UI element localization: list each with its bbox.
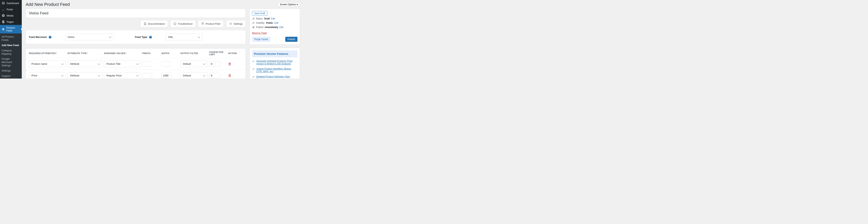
visibility-edit-link[interactable]: Edit bbox=[274, 22, 278, 24]
help-icon[interactable]: ? bbox=[149, 36, 152, 38]
publish-box: Save Draft Status: Draft Edit Visibility… bbox=[250, 8, 300, 45]
troubleshoot-button[interactable]: Troubleshoot bbox=[170, 20, 195, 27]
save-draft-button[interactable]: Save Draft bbox=[252, 11, 268, 16]
settings-button[interactable]: Settings bbox=[226, 20, 246, 27]
feed-type-label: Feed Type bbox=[135, 35, 147, 38]
sidebar-label-product-feed: Product Feed bbox=[6, 26, 20, 32]
key-icon bbox=[252, 17, 255, 20]
help-icon[interactable]: ? bbox=[49, 36, 52, 38]
premium-item[interactable]: Unique Product Identifiers (Brand, GTIN,… bbox=[252, 67, 298, 73]
col-assigned: ASSIGNED VALUES bbox=[104, 52, 141, 54]
purge-cache-button[interactable]: Purge Cache bbox=[252, 37, 270, 42]
visibility-label: Visibility: bbox=[256, 22, 265, 24]
sidebar-item-product-feed[interactable]: Product Feed bbox=[0, 25, 22, 33]
product-feed-submenu: All Product Feeds Add New Feed Category … bbox=[0, 33, 22, 79]
check-icon bbox=[252, 76, 255, 78]
publish-button[interactable]: Publish bbox=[285, 37, 298, 42]
char-limit-input[interactable] bbox=[209, 73, 221, 78]
submenu-add-new-feed[interactable]: Add New Feed bbox=[0, 43, 22, 48]
suffix-input[interactable] bbox=[161, 61, 171, 67]
cart-icon bbox=[2, 27, 5, 31]
product-filter-label: Product Filter bbox=[206, 22, 221, 25]
admin-sidebar: Dashboard Posts Media Pages Product Feed… bbox=[0, 0, 22, 79]
table-row: Price Attribute Regular Price Default bbox=[26, 69, 245, 79]
col-limit: CHARACTER LIMIT bbox=[209, 51, 227, 56]
sidebar-item-dashboard[interactable]: Dashboard bbox=[0, 0, 22, 6]
assigned-value-select[interactable]: Product Title bbox=[104, 60, 141, 67]
premium-title: Premium Version Features bbox=[252, 50, 298, 57]
pin-icon bbox=[2, 7, 5, 11]
status-label: Status: bbox=[256, 17, 263, 20]
submenu-google-merchant[interactable]: Google Merchant Settings bbox=[0, 56, 22, 68]
assigned-value-select[interactable]: Regular Price bbox=[104, 72, 141, 79]
col-prefix: PREFIX bbox=[142, 52, 160, 54]
premium-features-box: Premium Version Features Generate Unlimi… bbox=[250, 48, 300, 79]
feed-merchant-label: Feed Merchant bbox=[29, 35, 47, 38]
prefix-input[interactable] bbox=[142, 61, 152, 67]
feed-merchant-select[interactable]: Vivino bbox=[65, 34, 114, 40]
required-attr-select[interactable]: Product name bbox=[29, 60, 66, 67]
sidebar-label-media: Media bbox=[7, 14, 13, 17]
trash-icon bbox=[228, 74, 231, 77]
screen-options-button[interactable]: Screen Options ▾ bbox=[278, 2, 300, 7]
check-icon bbox=[252, 68, 255, 71]
feed-type-select[interactable]: XML bbox=[165, 34, 202, 40]
page-title: Add New Product Feed bbox=[26, 2, 70, 7]
sidebar-item-media[interactable]: Media bbox=[0, 12, 22, 19]
publish-value: immediately bbox=[265, 26, 278, 29]
suffix-input[interactable] bbox=[161, 73, 171, 78]
col-attrtype: ATTRIBUTE TYPE bbox=[67, 52, 102, 54]
trash-icon bbox=[228, 62, 231, 65]
screen-options-label: Screen Options bbox=[280, 3, 296, 6]
documentation-label: Documentation bbox=[148, 22, 165, 25]
sidebar-item-pages[interactable]: Pages bbox=[0, 19, 22, 25]
documentation-button[interactable]: Documentation bbox=[141, 20, 168, 27]
status-value: Draft bbox=[264, 17, 270, 20]
submenu-settings[interactable]: Settings bbox=[0, 68, 22, 74]
sidebar-item-posts[interactable]: Posts bbox=[0, 6, 22, 12]
required-attr-select[interactable]: Price bbox=[29, 72, 66, 79]
col-filter: OUTPUT FILTER bbox=[180, 52, 208, 54]
premium-item[interactable]: Generate Unlimited Products (Free versio… bbox=[252, 60, 298, 65]
main-content: Add New Product Feed Screen Options ▾ Vi… bbox=[22, 0, 304, 79]
col-suffix: SUFFIX bbox=[161, 52, 179, 54]
calendar-icon bbox=[252, 26, 255, 29]
feed-title-input[interactable]: Vivino Feed bbox=[26, 8, 246, 18]
sidebar-label-posts: Posts bbox=[7, 8, 13, 11]
move-to-trash-link[interactable]: Move to Trash bbox=[252, 32, 267, 34]
output-filter-select[interactable]: Default bbox=[180, 60, 208, 67]
submenu-support[interactable]: Support bbox=[0, 74, 22, 79]
attr-type-select[interactable]: Attribute bbox=[67, 72, 102, 79]
premium-item-label: Unique Product Identifiers (Brand, GTIN,… bbox=[256, 67, 298, 73]
visibility-value: Public bbox=[266, 22, 273, 24]
publish-label: Publish bbox=[256, 26, 264, 29]
eye-icon bbox=[252, 22, 255, 24]
output-filter-select[interactable]: Default bbox=[180, 72, 208, 79]
attr-type-select[interactable]: Attribute bbox=[67, 60, 102, 67]
delete-row-button[interactable] bbox=[228, 62, 231, 65]
product-filter-button[interactable]: Product Filter bbox=[198, 20, 223, 27]
col-required: REQUIRED ATTRIBUTES bbox=[29, 52, 66, 54]
prefix-input[interactable] bbox=[142, 73, 152, 78]
troubleshoot-label: Troubleshoot bbox=[178, 22, 192, 25]
submenu-category-mapping[interactable]: Category Mapping bbox=[0, 48, 22, 57]
info-icon bbox=[174, 22, 177, 25]
submenu-all-feeds[interactable]: All Product Feeds bbox=[0, 34, 22, 43]
attributes-table: REQUIRED ATTRIBUTES ATTRIBUTE TYPE ASSIG… bbox=[26, 49, 246, 79]
action-bar: Documentation Troubleshoot Product Filte… bbox=[26, 20, 246, 27]
sidebar-label-dashboard: Dashboard bbox=[7, 2, 19, 5]
dashboard-icon bbox=[2, 1, 5, 5]
premium-item-label: Detailed Product Attributes (Size, Gende… bbox=[256, 75, 298, 79]
premium-item[interactable]: Detailed Product Attributes (Size, Gende… bbox=[252, 75, 298, 79]
publish-edit-link[interactable]: Edit bbox=[279, 26, 283, 29]
media-icon bbox=[2, 14, 5, 17]
status-edit-link[interactable]: Edit bbox=[271, 17, 275, 20]
filter-icon bbox=[201, 22, 204, 25]
page-icon bbox=[2, 20, 5, 24]
col-action: ACTION bbox=[228, 52, 238, 54]
delete-row-button[interactable] bbox=[228, 74, 231, 77]
merchant-config-box: Feed Merchant ? Vivino Feed Type ? XML bbox=[26, 30, 246, 44]
premium-item-label: Generate Unlimited Products (Free versio… bbox=[256, 60, 298, 65]
char-limit-input[interactable] bbox=[209, 61, 221, 67]
gear-icon bbox=[229, 22, 232, 25]
